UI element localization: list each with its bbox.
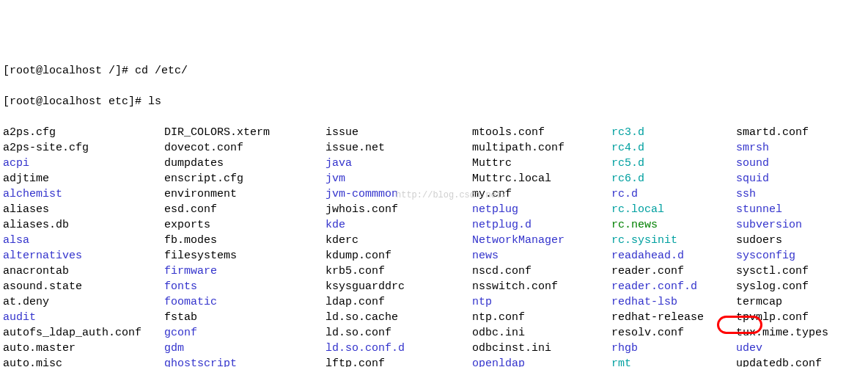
file-entry: udev (736, 341, 865, 356)
file-entry: kderc (326, 233, 472, 248)
file-entry: audit (3, 310, 164, 325)
file-entry: ghostscript (164, 356, 326, 367)
file-entry: ntp.conf (472, 310, 611, 325)
file-entry: a2ps.cfg (3, 125, 164, 140)
file-entry: autofs_ldap_auth.conf (3, 325, 164, 341)
file-entry: enscript.cfg (164, 171, 326, 186)
file-entry: sysconfig (736, 248, 865, 264)
file-entry: squid (736, 171, 865, 186)
file-entry: ld.so.conf.d (326, 341, 472, 356)
file-entry: tpvmlp.conf (736, 310, 865, 325)
file-entry: rc.d (611, 186, 736, 202)
file-entry: firmware (164, 264, 326, 279)
file-entry: sound (736, 156, 865, 171)
file-entry: krb5.conf (326, 264, 472, 279)
file-entry: rc.news (611, 217, 736, 233)
file-entry: Muttrc (472, 156, 611, 171)
file-entry: tux.mime.types (736, 325, 865, 341)
file-entry: ld.so.cache (326, 310, 472, 325)
file-entry: alternatives (3, 248, 164, 264)
file-entry: fb.modes (164, 233, 326, 248)
file-entry: subversion (736, 217, 865, 233)
file-entry: syslog.conf (736, 279, 865, 294)
file-entry: reader.conf.d (611, 279, 736, 294)
file-entry: smrsh (736, 140, 865, 156)
file-entry: anacrontab (3, 264, 164, 279)
file-entry: fonts (164, 279, 326, 294)
file-entry: acpi (3, 156, 164, 171)
file-entry: filesystems (164, 248, 326, 264)
file-entry: kdump.conf (326, 248, 472, 264)
file-entry: auto.misc (3, 356, 164, 367)
file-entry: ld.so.conf (326, 325, 472, 341)
file-entry: readahead.d (611, 248, 736, 264)
file-entry: termcap (736, 294, 865, 310)
file-entry: updatedb.conf (736, 356, 865, 367)
file-entry: odbcinst.ini (472, 341, 611, 356)
file-entry: news (472, 248, 611, 264)
terminal-prompt-line2: [root@localhost etc]# ls (3, 94, 865, 109)
file-entry: java (326, 156, 472, 171)
file-entry: issue.net (326, 140, 472, 156)
file-entry: ssh (736, 186, 865, 202)
file-entry: environment (164, 186, 326, 202)
file-entry: openldap (472, 356, 611, 367)
file-entry: rc4.d (611, 140, 736, 156)
file-entry: redhat-release (611, 310, 736, 325)
file-entry: netplug.d (472, 217, 611, 233)
file-entry: smartd.conf (736, 125, 865, 140)
file-entry: dovecot.conf (164, 140, 326, 156)
file-entry: lftp.conf (326, 356, 472, 367)
file-entry: rhgb (611, 341, 736, 356)
file-entry: jvm-commmon (326, 186, 472, 202)
file-entry: nscd.conf (472, 264, 611, 279)
ls-output-grid: a2ps.cfgDIR_COLORS.xtermissuemtools.conf… (3, 125, 865, 367)
file-entry: ntp (472, 294, 611, 310)
file-entry: mtools.conf (472, 125, 611, 140)
file-entry: reader.conf (611, 264, 736, 279)
file-entry: aliases (3, 202, 164, 217)
file-entry: rc5.d (611, 156, 736, 171)
file-entry: exports (164, 217, 326, 233)
terminal-prompt-line1: [root@localhost /]# cd /etc/ (3, 63, 865, 79)
file-entry: gdm (164, 341, 326, 356)
file-entry: alsa (3, 233, 164, 248)
file-entry: NetworkManager (472, 233, 611, 248)
file-entry: resolv.conf (611, 325, 736, 341)
file-entry: multipath.conf (472, 140, 611, 156)
file-entry: foomatic (164, 294, 326, 310)
file-entry: aliases.db (3, 217, 164, 233)
file-entry: DIR_COLORS.xterm (164, 125, 326, 140)
file-entry: Muttrc.local (472, 171, 611, 186)
file-entry: netplug (472, 202, 611, 217)
file-entry: kde (326, 217, 472, 233)
file-entry: sysctl.conf (736, 264, 865, 279)
file-entry: ldap.conf (326, 294, 472, 310)
file-entry: rmt (611, 356, 736, 367)
file-entry: rc6.d (611, 171, 736, 186)
file-entry: gconf (164, 325, 326, 341)
file-entry: a2ps-site.cfg (3, 140, 164, 156)
file-entry: at.deny (3, 294, 164, 310)
file-entry: jwhois.conf (326, 202, 472, 217)
file-entry: adjtime (3, 171, 164, 186)
file-entry: my.cnf (472, 186, 611, 202)
file-entry: odbc.ini (472, 325, 611, 341)
file-entry: sudoers (736, 233, 865, 248)
file-entry: rc.local (611, 202, 736, 217)
file-entry: esd.conf (164, 202, 326, 217)
file-entry: rc3.d (611, 125, 736, 140)
file-entry: stunnel (736, 202, 865, 217)
file-entry: dumpdates (164, 156, 326, 171)
file-entry: issue (326, 125, 472, 140)
file-entry: jvm (326, 171, 472, 186)
file-entry: rc.sysinit (611, 233, 736, 248)
file-entry: auto.master (3, 341, 164, 356)
file-entry: ksysguarddrc (326, 279, 472, 294)
file-entry: redhat-lsb (611, 294, 736, 310)
file-entry: asound.state (3, 279, 164, 294)
file-entry: alchemist (3, 186, 164, 202)
file-entry: nsswitch.conf (472, 279, 611, 294)
file-entry: fstab (164, 310, 326, 325)
